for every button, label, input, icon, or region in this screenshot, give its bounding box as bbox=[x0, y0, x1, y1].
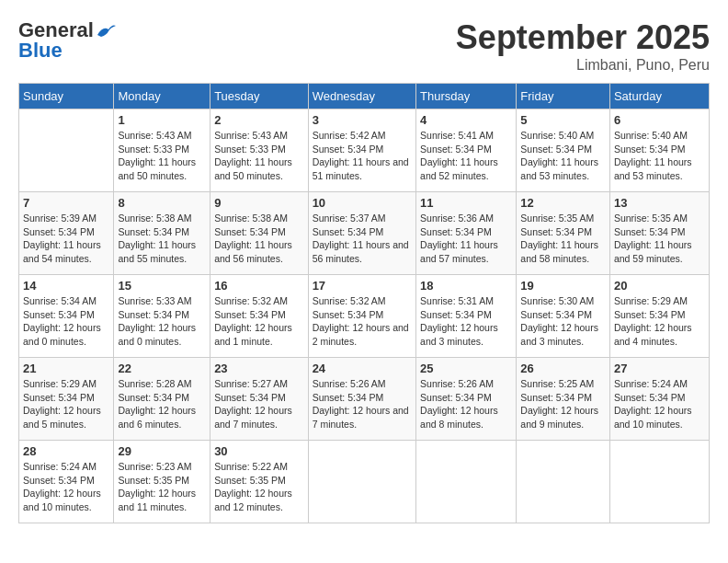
day-info: Sunrise: 5:35 AMSunset: 5:34 PMDaylight:… bbox=[520, 212, 606, 266]
header-wednesday: Wednesday bbox=[308, 84, 415, 109]
day-info: Sunrise: 5:41 AMSunset: 5:34 PMDaylight:… bbox=[420, 129, 512, 183]
calendar-cell: 29Sunrise: 5:23 AMSunset: 5:35 PMDayligh… bbox=[114, 441, 210, 523]
day-info: Sunrise: 5:37 AMSunset: 5:34 PMDaylight:… bbox=[313, 212, 412, 266]
day-number: 29 bbox=[118, 444, 206, 458]
day-number: 18 bbox=[420, 279, 512, 293]
header-monday: Monday bbox=[114, 84, 210, 109]
day-number: 22 bbox=[118, 362, 206, 375]
header-sunday: Sunday bbox=[19, 84, 114, 109]
day-info: Sunrise: 5:24 AMSunset: 5:34 PMDaylight:… bbox=[23, 460, 109, 514]
day-number: 15 bbox=[118, 279, 206, 293]
day-info: Sunrise: 5:26 AMSunset: 5:34 PMDaylight:… bbox=[420, 377, 512, 431]
calendar-cell: 11Sunrise: 5:36 AMSunset: 5:34 PMDayligh… bbox=[416, 192, 517, 275]
header-tuesday: Tuesday bbox=[210, 84, 309, 109]
day-info: Sunrise: 5:26 AMSunset: 5:34 PMDaylight:… bbox=[313, 377, 412, 431]
week-row-5: 28Sunrise: 5:24 AMSunset: 5:34 PMDayligh… bbox=[19, 441, 710, 523]
calendar-cell: 3Sunrise: 5:42 AMSunset: 5:34 PMDaylight… bbox=[308, 109, 415, 192]
day-info: Sunrise: 5:29 AMSunset: 5:34 PMDaylight:… bbox=[614, 294, 705, 349]
day-number: 14 bbox=[23, 279, 109, 293]
calendar-cell: 24Sunrise: 5:26 AMSunset: 5:34 PMDayligh… bbox=[308, 358, 415, 441]
calendar-cell: 19Sunrise: 5:30 AMSunset: 5:34 PMDayligh… bbox=[517, 275, 610, 358]
day-info: Sunrise: 5:39 AMSunset: 5:34 PMDaylight:… bbox=[23, 212, 109, 266]
logo-blue: Blue bbox=[18, 39, 63, 63]
day-number: 9 bbox=[214, 196, 304, 210]
day-info: Sunrise: 5:38 AMSunset: 5:34 PMDaylight:… bbox=[214, 212, 304, 266]
day-number: 10 bbox=[313, 196, 412, 210]
day-number: 24 bbox=[313, 362, 412, 375]
title-block: September 2025 Limbani, Puno, Peru bbox=[456, 18, 710, 74]
calendar-cell: 10Sunrise: 5:37 AMSunset: 5:34 PMDayligh… bbox=[308, 192, 415, 275]
location: Limbani, Puno, Peru bbox=[456, 57, 710, 74]
calendar-cell: 8Sunrise: 5:38 AMSunset: 5:34 PMDaylight… bbox=[114, 192, 210, 275]
day-info: Sunrise: 5:33 AMSunset: 5:34 PMDaylight:… bbox=[118, 294, 206, 349]
day-info: Sunrise: 5:40 AMSunset: 5:34 PMDaylight:… bbox=[520, 129, 606, 183]
day-number: 23 bbox=[214, 362, 304, 375]
calendar-cell: 25Sunrise: 5:26 AMSunset: 5:34 PMDayligh… bbox=[416, 358, 517, 441]
logo: General Blue bbox=[18, 18, 116, 63]
calendar-cell: 18Sunrise: 5:31 AMSunset: 5:34 PMDayligh… bbox=[416, 275, 517, 358]
calendar-cell: 4Sunrise: 5:41 AMSunset: 5:34 PMDaylight… bbox=[416, 109, 517, 192]
day-number: 13 bbox=[614, 196, 705, 210]
calendar-cell: 6Sunrise: 5:40 AMSunset: 5:34 PMDaylight… bbox=[609, 109, 709, 192]
day-info: Sunrise: 5:31 AMSunset: 5:34 PMDaylight:… bbox=[420, 294, 512, 349]
calendar-cell bbox=[416, 441, 517, 523]
month-title: September 2025 bbox=[456, 18, 710, 57]
day-info: Sunrise: 5:24 AMSunset: 5:34 PMDaylight:… bbox=[614, 377, 705, 431]
calendar-cell: 26Sunrise: 5:25 AMSunset: 5:34 PMDayligh… bbox=[517, 358, 610, 441]
calendar-cell: 30Sunrise: 5:22 AMSunset: 5:35 PMDayligh… bbox=[210, 441, 309, 523]
calendar-cell bbox=[19, 109, 114, 192]
day-number: 4 bbox=[420, 113, 512, 127]
day-info: Sunrise: 5:30 AMSunset: 5:34 PMDaylight:… bbox=[520, 294, 606, 349]
calendar-cell: 20Sunrise: 5:29 AMSunset: 5:34 PMDayligh… bbox=[609, 275, 709, 358]
day-info: Sunrise: 5:36 AMSunset: 5:34 PMDaylight:… bbox=[420, 212, 512, 266]
calendar-table: SundayMondayTuesdayWednesdayThursdayFrid… bbox=[18, 83, 710, 523]
calendar-cell bbox=[308, 441, 415, 523]
calendar-cell: 16Sunrise: 5:32 AMSunset: 5:34 PMDayligh… bbox=[210, 275, 309, 358]
day-number: 12 bbox=[520, 196, 606, 210]
day-number: 5 bbox=[520, 113, 606, 127]
day-number: 25 bbox=[420, 362, 512, 375]
header-saturday: Saturday bbox=[609, 84, 709, 109]
header-thursday: Thursday bbox=[416, 84, 517, 109]
day-info: Sunrise: 5:27 AMSunset: 5:34 PMDaylight:… bbox=[214, 377, 304, 431]
calendar-cell: 7Sunrise: 5:39 AMSunset: 5:34 PMDaylight… bbox=[19, 192, 114, 275]
calendar-cell: 22Sunrise: 5:28 AMSunset: 5:34 PMDayligh… bbox=[114, 358, 210, 441]
day-number: 17 bbox=[313, 279, 412, 293]
calendar-cell: 17Sunrise: 5:32 AMSunset: 5:34 PMDayligh… bbox=[308, 275, 415, 358]
day-number: 26 bbox=[520, 362, 606, 375]
calendar-cell: 23Sunrise: 5:27 AMSunset: 5:34 PMDayligh… bbox=[210, 358, 309, 441]
calendar-cell bbox=[609, 441, 709, 523]
day-number: 8 bbox=[118, 196, 206, 210]
logo-bird-icon bbox=[96, 22, 116, 39]
day-number: 19 bbox=[520, 279, 606, 293]
week-row-1: 1Sunrise: 5:43 AMSunset: 5:33 PMDaylight… bbox=[19, 109, 710, 192]
calendar-cell: 28Sunrise: 5:24 AMSunset: 5:34 PMDayligh… bbox=[19, 441, 114, 523]
day-number: 27 bbox=[614, 362, 705, 375]
day-number: 7 bbox=[23, 196, 109, 210]
day-number: 6 bbox=[614, 113, 705, 127]
calendar-cell: 14Sunrise: 5:34 AMSunset: 5:34 PMDayligh… bbox=[19, 275, 114, 358]
day-number: 21 bbox=[23, 362, 109, 375]
day-number: 16 bbox=[214, 279, 304, 293]
day-number: 1 bbox=[118, 113, 206, 127]
calendar-cell: 13Sunrise: 5:35 AMSunset: 5:34 PMDayligh… bbox=[609, 192, 709, 275]
day-info: Sunrise: 5:28 AMSunset: 5:34 PMDaylight:… bbox=[118, 377, 206, 431]
day-number: 28 bbox=[23, 444, 109, 458]
week-row-4: 21Sunrise: 5:29 AMSunset: 5:34 PMDayligh… bbox=[19, 358, 710, 441]
day-number: 11 bbox=[420, 196, 512, 210]
calendar-cell: 27Sunrise: 5:24 AMSunset: 5:34 PMDayligh… bbox=[609, 358, 709, 441]
day-info: Sunrise: 5:40 AMSunset: 5:34 PMDaylight:… bbox=[614, 129, 705, 183]
day-info: Sunrise: 5:38 AMSunset: 5:34 PMDaylight:… bbox=[118, 212, 206, 266]
day-info: Sunrise: 5:43 AMSunset: 5:33 PMDaylight:… bbox=[214, 129, 304, 183]
day-info: Sunrise: 5:43 AMSunset: 5:33 PMDaylight:… bbox=[118, 129, 206, 183]
header-friday: Friday bbox=[517, 84, 610, 109]
day-number: 3 bbox=[313, 113, 412, 127]
day-info: Sunrise: 5:34 AMSunset: 5:34 PMDaylight:… bbox=[23, 294, 109, 349]
calendar-cell: 9Sunrise: 5:38 AMSunset: 5:34 PMDaylight… bbox=[210, 192, 309, 275]
day-info: Sunrise: 5:32 AMSunset: 5:34 PMDaylight:… bbox=[313, 294, 412, 349]
calendar-cell: 12Sunrise: 5:35 AMSunset: 5:34 PMDayligh… bbox=[517, 192, 610, 275]
day-number: 20 bbox=[614, 279, 705, 293]
calendar-cell: 5Sunrise: 5:40 AMSunset: 5:34 PMDaylight… bbox=[517, 109, 610, 192]
calendar-header-row: SundayMondayTuesdayWednesdayThursdayFrid… bbox=[19, 84, 710, 109]
day-number: 2 bbox=[214, 113, 304, 127]
